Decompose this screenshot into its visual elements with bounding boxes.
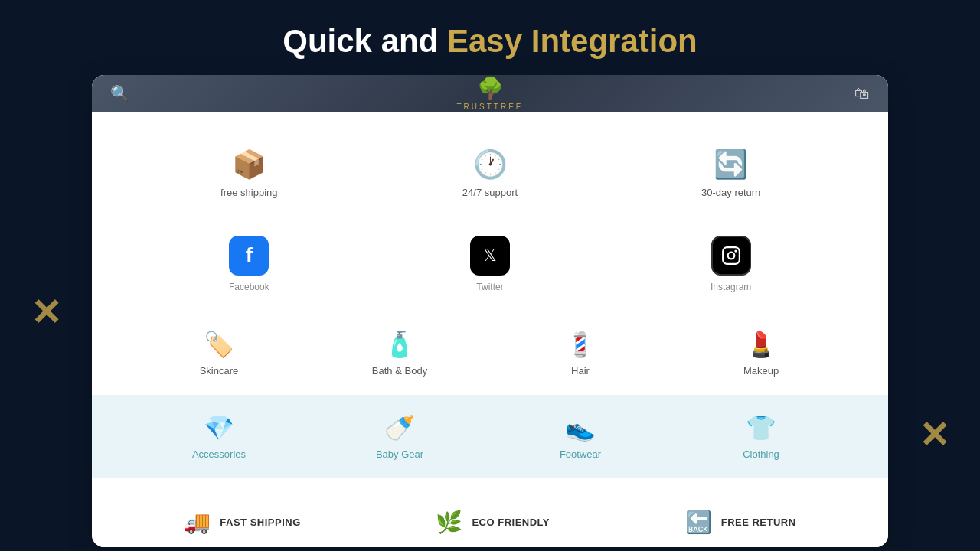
page-header: Quick and Easy Integration [0,0,980,75]
feature-free-shipping: 📦 free shipping [129,142,370,204]
bottom-free-return: 🔙 FREE RETURN [685,510,796,535]
return-icon: 🔄 [714,148,748,181]
free-return-icon: 🔙 [685,510,712,535]
hair-icon: 💈 [565,330,596,359]
decorative-x-left: ✕ [31,291,61,334]
free-shipping-label: free shipping [220,187,277,198]
store-widget: 🔍 🌳 TRUSTTREE 🛍 📦 free shipping 🕐 24/7 s… [92,75,888,547]
baby-gear-label: Baby Gear [376,448,423,460]
free-return-label: FREE RETURN [721,517,796,528]
accessories-label: Accessories [192,448,246,460]
clothing-icon: 👕 [746,413,776,442]
bath-body-label: Bath & Body [372,365,427,377]
support-label: 24/7 support [462,187,518,198]
twitter-label: Twitter [476,282,503,292]
svg-rect-0 [723,247,740,264]
makeup-icon: 💄 [746,330,776,359]
accessories-icon: 💎 [204,413,234,442]
category-bath-body[interactable]: 🧴 Bath & Body [309,324,490,383]
social-twitter[interactable]: 𝕏 Twitter [370,230,611,298]
category-skincare[interactable]: 🏷️ Skincare [129,324,309,383]
category-hair[interactable]: 💈 Hair [490,324,671,383]
clothing-label: Clothing [743,448,779,460]
cart-icon[interactable]: 🛍 [854,85,870,103]
fast-shipping-label: FAST SHIPPING [220,517,300,528]
category-accessories[interactable]: 💎 Accessories [129,407,309,466]
return-label: 30-day return [701,187,760,198]
features-row: 📦 free shipping 🕐 24/7 support 🔄 30-day … [129,130,851,217]
title-accent: Easy Integration [447,23,697,59]
navbar-logo: 🌳 TRUSTTREE [457,76,524,111]
logo-text: TRUSTTREE [457,103,524,111]
social-row: f Facebook 𝕏 Twitter Instagram [129,217,851,311]
social-facebook[interactable]: f Facebook [129,230,370,298]
twitter-icon: 𝕏 [470,236,510,276]
navbar: 🔍 🌳 TRUSTTREE 🛍 [92,75,888,112]
free-shipping-icon: 📦 [232,148,266,181]
social-instagram[interactable]: Instagram [610,230,851,298]
feature-return: 🔄 30-day return [610,142,851,204]
bath-body-icon: 🧴 [384,330,415,359]
category-footwear[interactable]: 👟 Footwear [490,407,671,466]
bottom-eco-friendly: 🌿 ECO FRIENDLY [436,510,550,535]
footwear-icon: 👟 [565,413,596,442]
facebook-icon: f [229,236,269,276]
eco-friendly-icon: 🌿 [436,510,462,535]
skincare-label: Skincare [200,365,239,377]
logo-icon: 🌳 [477,76,504,101]
footwear-label: Footwear [560,448,601,460]
svg-point-1 [727,253,734,259]
category-makeup[interactable]: 💄 Makeup [671,324,851,383]
bottom-fast-shipping: 🚚 FAST SHIPPING [184,510,300,535]
title-plain: Quick and [283,23,447,59]
fast-shipping-icon: 🚚 [184,510,211,535]
category-clothing[interactable]: 👕 Clothing [671,407,851,466]
svg-point-2 [734,249,737,252]
facebook-label: Facebook [229,282,270,292]
baby-gear-icon: 🍼 [384,413,415,442]
content-area: 📦 free shipping 🕐 24/7 support 🔄 30-day … [92,112,888,497]
search-icon[interactable]: 🔍 [110,84,129,103]
category-baby-gear[interactable]: 🍼 Baby Gear [309,407,490,466]
instagram-label: Instagram [710,282,751,292]
hair-label: Hair [571,365,590,377]
bottom-bar: 🚚 FAST SHIPPING 🌿 ECO FRIENDLY 🔙 FREE RE… [92,497,888,547]
makeup-label: Makeup [743,365,779,377]
instagram-icon [711,236,751,276]
feature-support: 🕐 24/7 support [370,142,611,204]
support-icon: 🕐 [473,148,508,181]
category-row-2: 💎 Accessories 🍼 Baby Gear 👟 Footwear 👕 C… [92,395,888,478]
skincare-icon: 🏷️ [204,330,234,359]
eco-friendly-label: ECO FRIENDLY [472,517,550,528]
page-title: Quick and Easy Integration [0,23,980,60]
decorative-x-right: ✕ [919,413,949,456]
category-row-1: 🏷️ Skincare 🧴 Bath & Body 💈 Hair 💄 Makeu… [129,311,851,395]
